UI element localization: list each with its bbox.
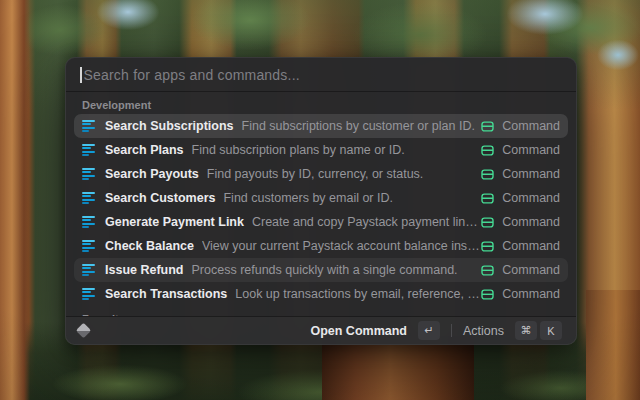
open-command-button[interactable]: Open Command — [310, 324, 407, 338]
command-type-icon — [481, 216, 494, 229]
command-type-label: Command — [502, 287, 560, 301]
command-subtitle: Process refunds quickly with a single co… — [192, 263, 458, 277]
command-type-icon — [481, 168, 494, 181]
command-palette: Search for apps and commands... Developm… — [65, 57, 577, 345]
paystack-extension-icon — [82, 120, 95, 133]
text-cursor — [80, 67, 82, 83]
command-title: Issue Refund — [105, 263, 184, 277]
command-type-icon — [481, 240, 494, 253]
command-subtitle: Find subscription plans by name or ID. — [192, 143, 405, 157]
command-type-icon — [481, 192, 494, 205]
cmd-key-icon: ⌘ — [515, 321, 537, 340]
paystack-extension-icon — [82, 288, 95, 301]
command-title: Search Payouts — [105, 167, 199, 181]
command-title: Search Transactions — [105, 287, 227, 301]
palette-footer: Open Command ↵ Actions ⌘ K — [66, 316, 576, 344]
command-type-label: Command — [502, 215, 560, 229]
command-title: Search Subscriptions — [105, 119, 234, 133]
command-list-item[interactable]: Search Transactions Look up transactions… — [74, 282, 568, 306]
command-type-label: Command — [502, 263, 560, 277]
command-subtitle: Look up transactions by email, reference… — [235, 287, 481, 301]
command-subtitle: Find payouts by ID, currency, or status. — [207, 167, 424, 181]
paystack-extension-icon — [82, 240, 95, 253]
search-input[interactable]: Search for apps and commands... — [84, 67, 300, 83]
command-subtitle: Find customers by email or ID. — [223, 191, 393, 205]
command-list-item[interactable]: Search Subscriptions Find subscriptions … — [74, 114, 568, 138]
command-type-label: Command — [502, 191, 560, 205]
return-key-icon: ↵ — [418, 321, 440, 340]
command-title: Search Plans — [105, 143, 184, 157]
actions-button[interactable]: Actions — [463, 324, 504, 338]
search-bar[interactable]: Search for apps and commands... — [66, 58, 576, 92]
paystack-extension-icon — [82, 216, 95, 229]
paystack-extension-icon — [82, 168, 95, 181]
command-type-icon — [481, 144, 494, 157]
command-subtitle: Create and copy Paystack payment link in… — [252, 215, 481, 229]
paystack-extension-icon — [82, 264, 95, 277]
command-title: Generate Payment Link — [105, 215, 244, 229]
command-type-icon — [481, 288, 494, 301]
command-type-label: Command — [502, 167, 560, 181]
command-subtitle: View your current Paystack account balan… — [202, 239, 481, 253]
command-subtitle: Find subscriptions by customer or plan I… — [242, 119, 475, 133]
command-type-label: Command — [502, 239, 560, 253]
command-title: Check Balance — [105, 239, 194, 253]
paystack-extension-icon — [82, 192, 95, 205]
command-list-item[interactable]: Search Payouts Find payouts by ID, curre… — [74, 162, 568, 186]
section-header: Favorites — [74, 306, 568, 316]
command-list-item[interactable]: Generate Payment Link Create and copy Pa… — [74, 210, 568, 234]
command-title: Search Customers — [105, 191, 215, 205]
command-list-item[interactable]: Search Plans Find subscription plans by … — [74, 138, 568, 162]
command-list-item[interactable]: Search Customers Find customers by email… — [74, 186, 568, 210]
footer-divider — [451, 324, 452, 337]
command-list-item[interactable]: Check Balance View your current Paystack… — [74, 234, 568, 258]
command-type-label: Command — [502, 119, 560, 133]
command-type-label: Command — [502, 143, 560, 157]
section-header: Development — [74, 92, 568, 114]
command-type-icon — [481, 120, 494, 133]
command-list-item[interactable]: Issue Refund Process refunds quickly wit… — [74, 258, 568, 282]
command-list[interactable]: Development Search Subscriptions Find su… — [66, 92, 576, 316]
raycast-logo-icon — [76, 323, 92, 339]
paystack-extension-icon — [82, 144, 95, 157]
command-type-icon — [481, 264, 494, 277]
k-key-icon: K — [540, 321, 562, 340]
